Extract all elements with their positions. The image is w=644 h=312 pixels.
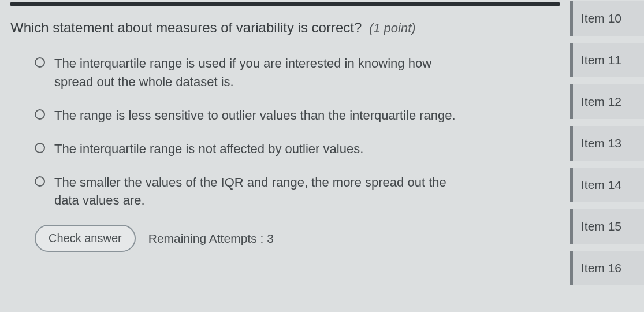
nav-item-16[interactable]: Item 16 bbox=[570, 251, 644, 285]
question-header: Which statement about measures of variab… bbox=[10, 20, 560, 36]
question-points: (1 point) bbox=[369, 21, 416, 35]
nav-item-11[interactable]: Item 11 bbox=[570, 43, 644, 77]
remaining-attempts: Remaining Attempts : 3 bbox=[148, 232, 274, 246]
nav-item-10[interactable]: Item 10 bbox=[570, 1, 644, 36]
nav-item-12[interactable]: Item 12 bbox=[570, 84, 644, 119]
option-text: The interquartile range is not affected … bbox=[54, 140, 363, 158]
check-answer-button[interactable]: Check answer bbox=[35, 225, 136, 252]
app-container: Which statement about measures of variab… bbox=[0, 0, 644, 312]
option-1[interactable]: The interquartile range is used if you a… bbox=[35, 54, 560, 91]
footer: Check answer Remaining Attempts : 3 bbox=[10, 225, 560, 252]
radio-icon bbox=[35, 57, 45, 68]
option-4[interactable]: The smaller the values of the IQR and ra… bbox=[35, 173, 560, 210]
radio-icon bbox=[35, 143, 45, 153]
options-group: The interquartile range is used if you a… bbox=[10, 54, 560, 210]
nav-item-15[interactable]: Item 15 bbox=[570, 209, 644, 244]
option-3[interactable]: The interquartile range is not affected … bbox=[35, 140, 560, 158]
question-text: Which statement about measures of variab… bbox=[10, 20, 362, 35]
option-text: The smaller the values of the IQR and ra… bbox=[54, 173, 470, 210]
option-2[interactable]: The range is less sensitive to outlier v… bbox=[35, 106, 560, 125]
radio-icon bbox=[35, 109, 45, 120]
option-text: The range is less sensitive to outlier v… bbox=[54, 106, 456, 125]
radio-icon bbox=[35, 176, 45, 187]
item-nav-sidebar: Item 10 Item 11 Item 12 Item 13 Item 14 … bbox=[570, 0, 644, 312]
option-text: The interquartile range is used if you a… bbox=[54, 54, 470, 91]
nav-item-14[interactable]: Item 14 bbox=[570, 168, 644, 202]
nav-item-13[interactable]: Item 13 bbox=[570, 126, 644, 161]
top-divider bbox=[10, 2, 560, 6]
main-content: Which statement about measures of variab… bbox=[0, 0, 570, 312]
